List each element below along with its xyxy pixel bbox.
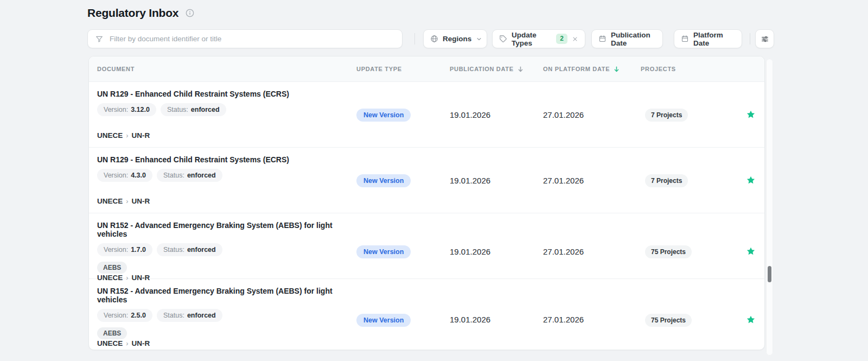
- chevron-down-icon: [476, 36, 482, 42]
- projects-count-badge: 75 Projects: [645, 314, 692, 327]
- version-pill: Version: 2.5.0: [97, 309, 152, 322]
- version-pill: Version: 3.12.0: [97, 103, 156, 116]
- breadcrumb: UNECE › UN-R: [97, 197, 150, 205]
- update-type-badge: New Version: [356, 109, 411, 122]
- star-icon[interactable]: [744, 246, 764, 256]
- update-type-cell: New Version: [356, 175, 450, 185]
- page-title: Regulatory Inbox: [87, 7, 178, 20]
- projects-cell: 75 Projects: [641, 315, 744, 325]
- update-type-cell: New Version: [356, 110, 450, 119]
- publication-date-value: 19.01.2026: [450, 315, 543, 324]
- document-meta: Version: 1.7.0 Status: enforced: [97, 243, 222, 256]
- view-settings-button[interactable]: [755, 29, 774, 48]
- update-types-filter-button[interactable]: Update Types 2: [492, 29, 585, 48]
- regions-filter-button[interactable]: Regions: [423, 29, 487, 48]
- document-meta: Version: 3.12.0 Status: enforced: [97, 103, 226, 116]
- search-box[interactable]: [87, 29, 403, 48]
- filter-funnel-icon: [95, 35, 104, 43]
- regions-filter-label: Regions: [443, 35, 471, 43]
- document-meta: Version: 4.3.0 Status: enforced: [97, 169, 222, 182]
- status-pill: Status: enforced: [161, 103, 226, 116]
- document-cell: UN R129 - Enhanced Child Restraint Syste…: [89, 148, 356, 213]
- platform-date-filter-label: Platform Date: [693, 31, 735, 47]
- column-header-platform-date[interactable]: ON PLATFORM DATE: [543, 66, 641, 73]
- status-pill: Status: enforced: [157, 309, 222, 322]
- update-type-badge: New Version: [356, 245, 411, 258]
- status-pill: Status: enforced: [157, 243, 222, 256]
- table-row[interactable]: UN R129 - Enhanced Child Restraint Syste…: [89, 148, 764, 213]
- calendar-icon: [598, 35, 607, 43]
- regulatory-inbox-table: DOCUMENT UPDATE TYPE PUBLICATION DATE ON…: [88, 56, 765, 350]
- filter-divider: [414, 33, 415, 45]
- document-title: UN R152 - Advanced Emergency Braking Sys…: [97, 287, 351, 304]
- table-row[interactable]: UN R152 - Advanced Emergency Braking Sys…: [89, 213, 764, 279]
- document-tag: AEBS: [97, 262, 127, 274]
- star-icon[interactable]: [744, 175, 764, 185]
- breadcrumb: UNECE › UN-R: [97, 339, 150, 347]
- status-pill: Status: enforced: [157, 169, 222, 182]
- platform-date-value: 27.01.2026: [543, 176, 641, 185]
- publication-date-filter-button[interactable]: Publication Date: [591, 29, 663, 48]
- update-type-badge: New Version: [356, 174, 411, 187]
- version-pill: Version: 4.3.0: [97, 169, 152, 182]
- document-cell: UN R129 - Enhanced Child Restraint Syste…: [89, 82, 356, 147]
- platform-date-value: 27.01.2026: [543, 315, 641, 324]
- document-cell: UN R152 - Advanced Emergency Braking Sys…: [89, 279, 356, 350]
- search-input[interactable]: [108, 34, 395, 43]
- projects-count-badge: 7 Projects: [645, 109, 688, 122]
- version-pill: Version: 1.7.0: [97, 243, 152, 256]
- breadcrumb: UNECE › UN-R: [97, 131, 150, 140]
- document-meta: Version: 2.5.0 Status: enforced: [97, 309, 222, 322]
- update-types-count-badge: 2: [556, 34, 567, 43]
- projects-cell: 75 Projects: [641, 246, 744, 256]
- document-title: UN R129 - Enhanced Child Restraint Syste…: [97, 90, 289, 98]
- publication-date-value: 19.01.2026: [450, 110, 543, 119]
- document-cell: UN R152 - Advanced Emergency Braking Sys…: [89, 213, 356, 289]
- projects-count-badge: 75 Projects: [645, 245, 692, 258]
- table-header-row: DOCUMENT UPDATE TYPE PUBLICATION DATE ON…: [89, 56, 764, 82]
- breadcrumb-separator: ›: [126, 132, 128, 140]
- column-header-publication-date[interactable]: PUBLICATION DATE: [450, 66, 543, 73]
- globe-icon: [430, 35, 438, 43]
- filter-divider: [750, 33, 750, 45]
- star-icon[interactable]: [744, 315, 764, 325]
- sliders-icon: [761, 35, 769, 43]
- table-row[interactable]: UN R152 - Advanced Emergency Braking Sys…: [89, 279, 764, 350]
- platform-date-value: 27.01.2026: [543, 110, 641, 119]
- column-header-document: DOCUMENT: [89, 66, 356, 72]
- table-row[interactable]: UN R129 - Enhanced Child Restraint Syste…: [89, 82, 764, 148]
- platform-date-filter-button[interactable]: Platform Date: [674, 29, 742, 48]
- column-header-update-type: UPDATE TYPE: [356, 66, 450, 72]
- publication-date-value: 19.01.2026: [450, 176, 543, 185]
- calendar-icon: [681, 35, 689, 43]
- page-header: Regulatory Inbox: [87, 7, 194, 20]
- tag-icon: [499, 35, 507, 43]
- document-title: UN R152 - Advanced Emergency Braking Sys…: [97, 221, 351, 238]
- projects-cell: 7 Projects: [641, 175, 744, 185]
- column-header-projects: PROJECTS: [641, 66, 744, 72]
- update-type-badge: New Version: [356, 314, 411, 327]
- sort-down-active-icon: [613, 66, 620, 73]
- breadcrumb-separator: ›: [126, 340, 128, 347]
- breadcrumb-separator: ›: [126, 198, 128, 205]
- sort-down-icon: [517, 66, 524, 73]
- publication-date-filter-label: Publication Date: [611, 31, 656, 47]
- update-type-cell: New Version: [356, 246, 450, 256]
- document-title: UN R129 - Enhanced Child Restraint Syste…: [97, 155, 289, 164]
- document-tag: AEBS: [97, 327, 127, 339]
- info-icon[interactable]: [186, 9, 194, 17]
- publication-date-value: 19.01.2026: [450, 247, 543, 256]
- projects-count-badge: 7 Projects: [645, 174, 688, 187]
- scrollbar-track[interactable]: [766, 59, 773, 356]
- close-icon[interactable]: [572, 36, 578, 42]
- update-types-filter-label: Update Types: [512, 31, 552, 47]
- platform-date-value: 27.01.2026: [543, 247, 641, 256]
- star-icon[interactable]: [744, 110, 764, 119]
- update-type-cell: New Version: [356, 315, 450, 325]
- projects-cell: 7 Projects: [641, 110, 744, 119]
- scrollbar-thumb[interactable]: [768, 266, 771, 282]
